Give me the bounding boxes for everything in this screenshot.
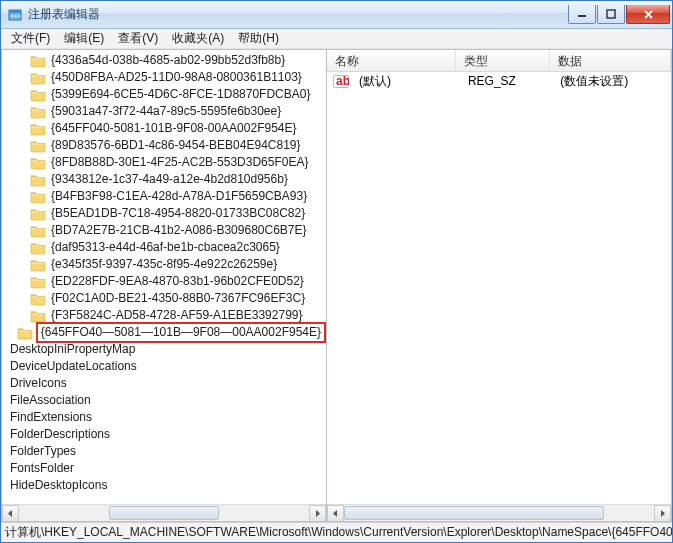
- folder-icon: [30, 105, 46, 119]
- tree-item[interactable]: FindExtensions: [2, 409, 326, 426]
- tree-item-label: FileAssociation: [8, 392, 93, 409]
- tree-item[interactable]: {daf95313-e44d-46af-be1b-cbacea2c3065}: [2, 239, 326, 256]
- menu-help[interactable]: 帮助(H): [232, 28, 285, 49]
- menu-file[interactable]: 文件(F): [5, 28, 56, 49]
- scroll-right-button[interactable]: [654, 505, 671, 522]
- statusbar: 计算机\HKEY_LOCAL_MACHINE\SOFTWARE\Microsof…: [1, 522, 672, 542]
- tree-item-label: FontsFolder: [8, 460, 76, 477]
- tree-item[interactable]: {450D8FBA-AD25-11D0-98A8-0800361B1103}: [2, 69, 326, 86]
- scroll-right-button[interactable]: [309, 505, 326, 522]
- tree-item[interactable]: FolderTypes: [2, 443, 326, 460]
- tree-item-label: {9343812e-1c37-4a49-a12e-4b2d810d956b}: [49, 171, 290, 188]
- folder-icon: [30, 156, 46, 170]
- tree-item[interactable]: {F02C1A0D-BE21-4350-88B0-7367FC96EF3C}: [2, 290, 326, 307]
- scroll-left-button[interactable]: [327, 505, 344, 522]
- string-value-icon: ab: [333, 73, 349, 89]
- tree-item[interactable]: {59031a47-3f72-44a7-89c5-5595fe6b30ee}: [2, 103, 326, 120]
- folder-icon: [30, 54, 46, 68]
- list-row[interactable]: ab(默认)REG_SZ(数值未设置): [327, 72, 671, 90]
- tree-item[interactable]: {B5EAD1DB-7C18-4954-8820-01733BC08C82}: [2, 205, 326, 222]
- tree-item-label: {5399E694-6CE5-4D6C-8FCE-1D8870FDCBA0}: [49, 86, 312, 103]
- folder-icon: [30, 173, 46, 187]
- value-data: (数值未设置): [552, 73, 671, 90]
- tree-item-label: {F02C1A0D-BE21-4350-88B0-7367FC96EF3C}: [49, 290, 307, 307]
- scroll-track[interactable]: [344, 505, 654, 522]
- tree-item-label: {645FF040-5081-101B-9F08-00AA002F954E}: [49, 120, 299, 137]
- tree-item-selected[interactable]: {645FFO40—5081—101B—9F08—00AA002F954E}: [2, 324, 326, 341]
- tree-item[interactable]: {89D83576-6BD1-4c86-9454-BEB04E94C819}: [2, 137, 326, 154]
- tree-item-label: {4336a54d-038b-4685-ab02-99bb52d3fb8b}: [49, 52, 287, 69]
- tree-item[interactable]: {ED228FDF-9EA8-4870-83b1-96b02CFE0D52}: [2, 273, 326, 290]
- minimize-button[interactable]: [568, 5, 596, 24]
- regedit-icon: [7, 7, 23, 23]
- tree-item[interactable]: {5399E694-6CE5-4D6C-8FCE-1D8870FDCBA0}: [2, 86, 326, 103]
- tree-item[interactable]: {B4FB3F98-C1EA-428d-A78A-D1F5659CBA93}: [2, 188, 326, 205]
- tree-item[interactable]: HideDesktopIcons: [2, 477, 326, 494]
- menu-edit[interactable]: 编辑(E): [58, 28, 110, 49]
- tree-item[interactable]: DriveIcons: [2, 375, 326, 392]
- folder-icon: [30, 258, 46, 272]
- tree-item-label: DriveIcons: [8, 375, 69, 392]
- folder-icon: [30, 224, 46, 238]
- svg-rect-6: [607, 10, 615, 18]
- svg-point-3: [14, 14, 16, 16]
- tree-item[interactable]: {e345f35f-9397-435c-8f95-4e922c26259e}: [2, 256, 326, 273]
- tree-item-label: {BD7A2E7B-21CB-41b2-A086-B309680C6B7E}: [49, 222, 309, 239]
- close-button[interactable]: [626, 5, 670, 24]
- folder-icon: [30, 122, 46, 136]
- tree-item-label: {8FD8B88D-30E1-4F25-AC2B-553D3D65F0EA}: [49, 154, 310, 171]
- tree-item[interactable]: FileAssociation: [2, 392, 326, 409]
- tree-item-label: {ED228FDF-9EA8-4870-83b1-96b02CFE0D52}: [49, 273, 306, 290]
- folder-icon: [30, 207, 46, 221]
- scroll-thumb[interactable]: [109, 506, 219, 520]
- window-controls: [568, 5, 670, 24]
- scroll-track[interactable]: [19, 505, 309, 522]
- maximize-button[interactable]: [597, 5, 625, 24]
- tree-item-label: {B4FB3F98-C1EA-428d-A78A-D1F5659CBA93}: [49, 188, 309, 205]
- tree-item-label: FindExtensions: [8, 409, 94, 426]
- column-data[interactable]: 数据: [550, 50, 671, 71]
- menu-view[interactable]: 查看(V): [112, 28, 164, 49]
- svg-text:ab: ab: [336, 74, 349, 88]
- tree-item[interactable]: DesktopIniPropertyMap: [2, 341, 326, 358]
- registry-tree[interactable]: {4336a54d-038b-4685-ab02-99bb52d3fb8b}{4…: [2, 50, 326, 504]
- column-name[interactable]: 名称: [327, 50, 456, 71]
- tree-hscrollbar[interactable]: [2, 504, 326, 521]
- column-type[interactable]: 类型: [456, 50, 550, 71]
- values-hscrollbar[interactable]: [327, 504, 671, 521]
- svg-point-4: [18, 14, 20, 16]
- tree-item-label: {59031a47-3f72-44a7-89c5-5595fe6b30ee}: [49, 103, 283, 120]
- folder-icon: [30, 139, 46, 153]
- tree-item[interactable]: {645FF040-5081-101B-9F08-00AA002F954E}: [2, 120, 326, 137]
- window-title: 注册表编辑器: [28, 6, 568, 23]
- value-name: (默认): [351, 73, 460, 90]
- tree-item-label: DesktopIniPropertyMap: [8, 341, 137, 358]
- tree-item[interactable]: {8FD8B88D-30E1-4F25-AC2B-553D3D65F0EA}: [2, 154, 326, 171]
- values-pane: 名称 类型 数据 ab(默认)REG_SZ(数值未设置): [326, 49, 672, 522]
- folder-icon: [30, 241, 46, 255]
- scroll-left-button[interactable]: [2, 505, 19, 522]
- tree-item[interactable]: {9343812e-1c37-4a49-a12e-4b2d810d956b}: [2, 171, 326, 188]
- tree-item[interactable]: {BD7A2E7B-21CB-41b2-A086-B309680C6B7E}: [2, 222, 326, 239]
- tree-item[interactable]: {4336a54d-038b-4685-ab02-99bb52d3fb8b}: [2, 52, 326, 69]
- tree-item-label: FolderDescriptions: [8, 426, 112, 443]
- value-type: REG_SZ: [460, 74, 552, 88]
- values-list[interactable]: ab(默认)REG_SZ(数值未设置): [327, 72, 671, 504]
- scroll-thumb[interactable]: [344, 506, 604, 520]
- tree-pane: {4336a54d-038b-4685-ab02-99bb52d3fb8b}{4…: [1, 49, 326, 522]
- folder-icon: [30, 190, 46, 204]
- svg-rect-5: [578, 15, 586, 17]
- tree-item-label: DeviceUpdateLocations: [8, 358, 139, 375]
- folder-icon: [30, 309, 46, 323]
- tree-item[interactable]: DeviceUpdateLocations: [2, 358, 326, 375]
- tree-item[interactable]: FolderDescriptions: [2, 426, 326, 443]
- tree-item-label: {daf95313-e44d-46af-be1b-cbacea2c3065}: [49, 239, 282, 256]
- window: 注册表编辑器 文件(F) 编辑(E) 查看(V) 收藏夹(A) 帮助(H) {4…: [0, 0, 673, 543]
- tree-item[interactable]: FontsFolder: [2, 460, 326, 477]
- main-area: {4336a54d-038b-4685-ab02-99bb52d3fb8b}{4…: [1, 49, 672, 522]
- titlebar[interactable]: 注册表编辑器: [1, 1, 672, 29]
- menu-favorites[interactable]: 收藏夹(A): [166, 28, 230, 49]
- folder-icon: [30, 88, 46, 102]
- tree-item-label: {e345f35f-9397-435c-8f95-4e922c26259e}: [49, 256, 279, 273]
- menubar: 文件(F) 编辑(E) 查看(V) 收藏夹(A) 帮助(H): [1, 29, 672, 49]
